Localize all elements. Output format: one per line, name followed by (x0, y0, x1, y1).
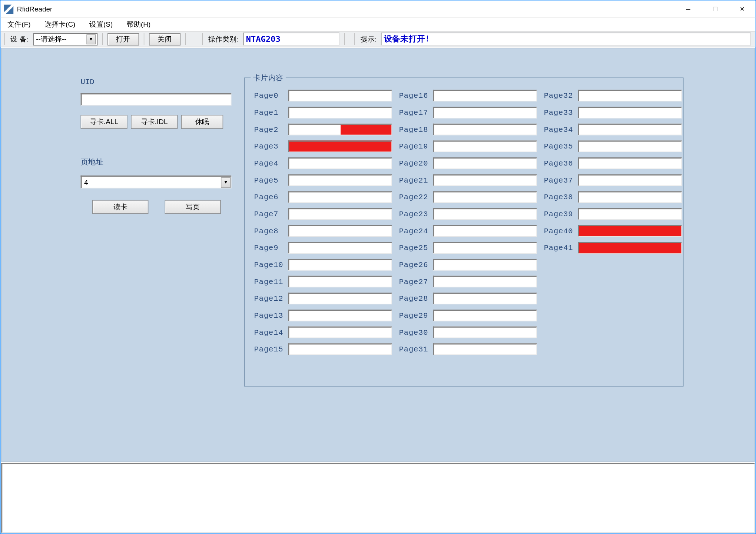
page-row: Page24 (399, 225, 537, 237)
find-idl-button[interactable]: 寻卡.IDL (131, 115, 178, 129)
write-page-button[interactable]: 写页 (165, 200, 221, 214)
page-input-24[interactable] (433, 225, 537, 237)
page-input-39[interactable] (578, 208, 682, 220)
page-input-10[interactable] (288, 259, 392, 270)
close-button[interactable]: ✕ (729, 1, 756, 18)
page-input-38[interactable] (578, 191, 682, 203)
open-button[interactable]: 打开 (107, 33, 139, 45)
page-label: Page31 (399, 345, 428, 354)
client-area: UID 寻卡.ALL 寻卡.IDL 休眠 页地址 4 ▼ 读卡 写页 (1, 48, 755, 462)
titlebar: RfidReader ─ ☐ ✕ (1, 1, 756, 18)
page-input-31[interactable] (433, 343, 537, 355)
page-input-37[interactable] (578, 174, 682, 186)
page-label: Page11 (254, 277, 284, 286)
page-input-18[interactable] (433, 124, 537, 135)
page-input-17[interactable] (433, 107, 537, 118)
op-type-field[interactable]: NTAG203 (243, 33, 339, 46)
page-label: Page17 (399, 108, 428, 117)
page-input-30[interactable] (433, 327, 537, 338)
page-column: Page32Page33Page34Page35Page36Page37Page… (544, 90, 682, 355)
page-label: Page38 (544, 193, 573, 201)
page-input-32[interactable] (578, 90, 682, 101)
page-label: Page15 (254, 345, 284, 354)
page-row: Page39 (544, 208, 682, 220)
page-input-16[interactable] (433, 90, 537, 101)
page-input-26[interactable] (433, 259, 537, 270)
page-input-29[interactable] (433, 310, 537, 321)
close-device-button[interactable]: 关闭 (149, 33, 180, 45)
page-input-7[interactable] (288, 208, 392, 220)
device-select[interactable]: --请选择-- ▼ (33, 33, 97, 45)
page-input-33[interactable] (578, 107, 682, 118)
page-input-12[interactable] (288, 293, 392, 304)
chevron-down-icon: ▼ (221, 177, 231, 187)
page-label: Page32 (544, 91, 573, 100)
page-input-19[interactable] (433, 140, 537, 152)
toolbar-sep (143, 33, 144, 45)
page-input-25[interactable] (433, 242, 537, 253)
page-input-1[interactable] (288, 107, 392, 118)
page-input-15[interactable] (288, 343, 392, 355)
uid-input[interactable] (81, 93, 232, 106)
page-label: Page28 (399, 294, 428, 303)
toolbar-sep (202, 33, 203, 45)
menu-file[interactable]: 文件(F) (3, 19, 35, 31)
find-all-button[interactable]: 寻卡.ALL (81, 115, 127, 129)
page-input-2[interactable] (288, 124, 392, 135)
page-label: Page35 (544, 142, 573, 151)
read-card-button[interactable]: 读卡 (92, 200, 148, 214)
page-row: Page40 (544, 225, 682, 237)
find-button-row: 寻卡.ALL 寻卡.IDL 休眠 (81, 115, 233, 129)
page-input-27[interactable] (433, 276, 537, 287)
page-input-11[interactable] (288, 276, 392, 287)
page-input-4[interactable] (288, 157, 392, 169)
minimize-button[interactable]: ─ (675, 1, 702, 18)
page-row: Page10 (254, 259, 392, 270)
page-row: Page32 (544, 90, 682, 101)
page-label: Page18 (399, 125, 428, 134)
page-input-6[interactable] (288, 191, 392, 203)
page-input-36[interactable] (578, 157, 682, 169)
page-row: Page34 (544, 124, 682, 135)
log-textarea[interactable] (1, 463, 755, 533)
left-panel: UID 寻卡.ALL 寻卡.IDL 休眠 页地址 4 ▼ 读卡 写页 (81, 77, 233, 461)
page-input-3[interactable] (288, 140, 392, 152)
page-address-select[interactable]: 4 ▼ (81, 176, 232, 188)
page-input-41[interactable] (578, 242, 682, 253)
toolbar-sep (102, 33, 103, 45)
page-input-34[interactable] (578, 124, 682, 135)
page-row: Page9 (254, 242, 392, 253)
page-input-23[interactable] (433, 208, 537, 220)
page-input-13[interactable] (288, 310, 392, 321)
page-input-40[interactable] (578, 225, 682, 237)
page-label: Page22 (399, 193, 428, 201)
page-input-8[interactable] (288, 225, 392, 237)
page-label: Page29 (399, 311, 428, 320)
page-row: Page35 (544, 140, 682, 152)
page-label: Page20 (399, 159, 428, 168)
page-input-21[interactable] (433, 174, 537, 186)
page-label: Page13 (254, 311, 284, 320)
device-select-value: --请选择-- (36, 34, 66, 44)
sleep-button[interactable]: 休眠 (181, 115, 223, 129)
page-row: Page5 (254, 174, 392, 186)
page-input-5[interactable] (288, 174, 392, 186)
page-input-9[interactable] (288, 242, 392, 253)
menu-select-card[interactable]: 选择卡(C) (40, 19, 80, 31)
page-column: Page0Page1Page2Page3Page4Page5Page6Page7… (254, 90, 392, 355)
page-label: Page34 (544, 125, 573, 134)
page-row: Page0 (254, 90, 392, 101)
page-input-22[interactable] (433, 191, 537, 203)
page-row: Page28 (399, 293, 537, 304)
menu-help[interactable]: 帮助(H) (122, 19, 155, 31)
menu-settings[interactable]: 设置(S) (85, 19, 117, 31)
app-window: RfidReader ─ ☐ ✕ 文件(F) 选择卡(C) 设置(S) 帮助(H… (0, 0, 756, 534)
page-input-35[interactable] (578, 140, 682, 152)
page-input-28[interactable] (433, 293, 537, 304)
page-input-20[interactable] (433, 157, 537, 169)
page-input-14[interactable] (288, 327, 392, 338)
read-write-row: 读卡 写页 (81, 200, 233, 214)
page-label: Page16 (399, 91, 428, 100)
page-label: Page40 (544, 227, 573, 236)
page-input-0[interactable] (288, 90, 392, 101)
